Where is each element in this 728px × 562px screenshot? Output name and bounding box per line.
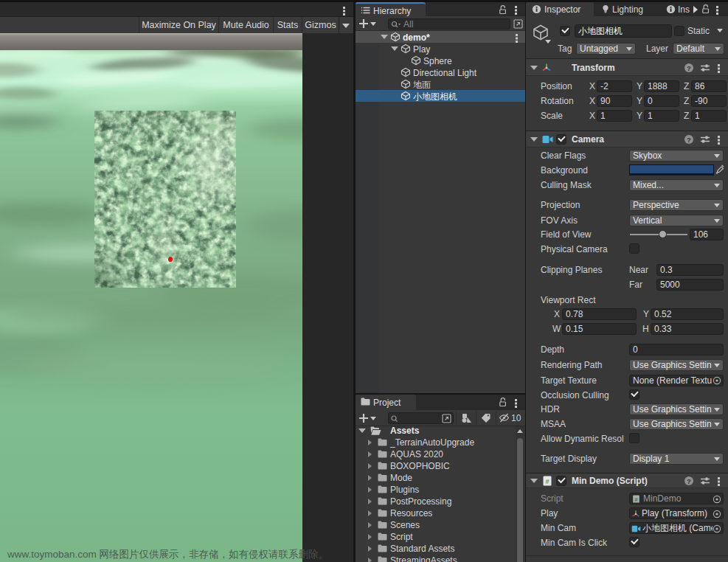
svg-text:?: ? (687, 136, 691, 144)
svg-text:#: # (634, 496, 638, 503)
svg-text:?: ? (687, 477, 691, 485)
svg-text:#: # (545, 478, 549, 485)
svg-text:?: ? (687, 64, 691, 72)
